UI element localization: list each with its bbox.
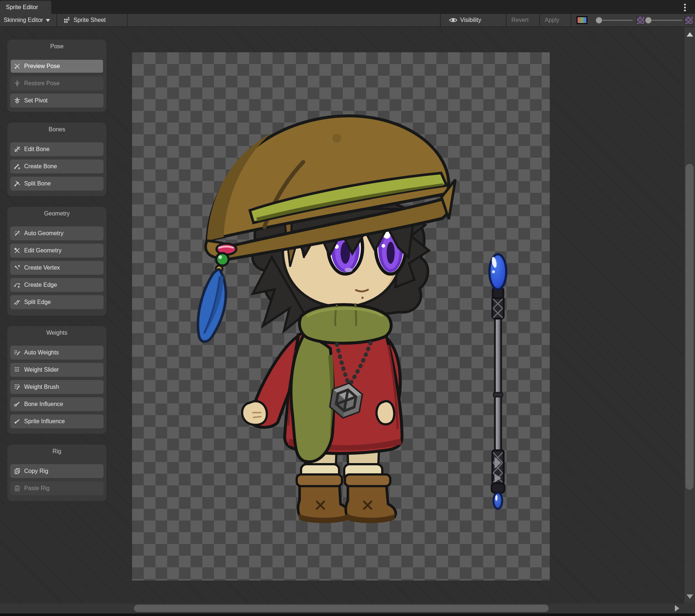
revert-button[interactable]: Revert bbox=[511, 14, 529, 26]
auto-weights-button[interactable]: Auto Weights bbox=[10, 346, 104, 360]
staff-sprite[interactable] bbox=[489, 254, 506, 509]
tab-title: Sprite Editor bbox=[6, 4, 38, 10]
apply-label: Apply bbox=[545, 17, 559, 23]
sprite-influence-icon bbox=[13, 417, 21, 425]
button-label: Auto Weights bbox=[24, 349, 59, 356]
button-label: Edit Bone bbox=[24, 146, 49, 153]
set-pivot-icon bbox=[13, 97, 21, 105]
vertical-scrollbar-thumb[interactable] bbox=[685, 164, 694, 490]
create-vertex-icon bbox=[13, 264, 21, 272]
button-label: Split Bone bbox=[24, 180, 51, 187]
panel-title: Geometry bbox=[10, 210, 104, 218]
toolbar-divider bbox=[56, 14, 57, 26]
mode-dropdown[interactable]: Skinning Editor bbox=[4, 14, 50, 26]
toolbar-divider bbox=[506, 14, 507, 26]
texture-chip bbox=[636, 14, 645, 26]
button-label: Create Bone bbox=[24, 163, 57, 170]
button-label: Create Edge bbox=[24, 282, 57, 288]
preview-pose-icon bbox=[13, 62, 21, 70]
scroll-up-button[interactable] bbox=[687, 32, 693, 37]
split-edge-button[interactable]: Split Edge bbox=[10, 295, 104, 309]
sprite-grid-icon bbox=[63, 16, 71, 24]
paste-rig-button[interactable]: Paste Rig bbox=[10, 481, 104, 495]
panel-weights: WeightsAuto WeightsWeight SliderWeight B… bbox=[7, 325, 107, 435]
button-label: Weight Brush bbox=[24, 384, 59, 390]
panel-pose: PosePreview PoseRestore PoseSet Pivot bbox=[7, 39, 107, 113]
button-label: Sprite Influence bbox=[24, 418, 65, 425]
panel-bones: BonesEdit BoneCreate BoneSplit Bone bbox=[7, 122, 107, 197]
create-bone-icon bbox=[13, 162, 21, 170]
weight-brush-button[interactable]: Weight Brush bbox=[10, 380, 104, 394]
button-label: Bone Influence bbox=[24, 401, 63, 407]
texture-chip bbox=[685, 14, 693, 26]
mode-dropdown-label: Skinning Editor bbox=[4, 17, 43, 23]
toolbar: Skinning Editor Sprite Sheet Visibility … bbox=[0, 14, 695, 27]
rgb-swatch-icon bbox=[576, 16, 587, 24]
panel-title: Bones bbox=[10, 125, 104, 134]
button-label: Set Pivot bbox=[24, 97, 48, 104]
apply-button[interactable]: Apply bbox=[545, 14, 559, 26]
edit-bone-button[interactable]: Edit Bone bbox=[10, 142, 104, 156]
sprite-artwork bbox=[132, 52, 550, 581]
visibility-label: Visibility bbox=[460, 17, 481, 23]
window-bottom-edge bbox=[0, 613, 695, 616]
chevron-down-icon bbox=[46, 19, 50, 22]
create-edge-icon bbox=[13, 281, 21, 289]
paste-rig-icon bbox=[13, 484, 21, 492]
button-label: Paste Rig bbox=[24, 485, 49, 492]
horizontal-scrollbar[interactable] bbox=[0, 604, 683, 613]
button-label: Copy Rig bbox=[24, 468, 48, 474]
toolbar-divider bbox=[440, 14, 441, 26]
tab-sprite-editor[interactable]: Sprite Editor bbox=[0, 1, 51, 14]
panel-title: Pose bbox=[10, 42, 104, 50]
create-edge-button[interactable]: Create Edge bbox=[10, 278, 104, 292]
visibility-button[interactable]: Visibility bbox=[449, 14, 481, 26]
vertical-scrollbar[interactable] bbox=[684, 27, 695, 602]
sprite-sheet-button[interactable]: Sprite Sheet bbox=[63, 14, 106, 26]
boots bbox=[297, 474, 396, 523]
auto-geometry-button[interactable]: Auto Geometry bbox=[10, 226, 104, 240]
alpha-checker-icon bbox=[636, 16, 645, 25]
button-label: Edit Geometry bbox=[24, 247, 61, 254]
button-label: Split Edge bbox=[24, 299, 51, 305]
button-label: Create Vertex bbox=[24, 264, 60, 271]
split-bone-icon bbox=[13, 180, 21, 188]
panel-rig: RigCopy RigPaste Rig bbox=[7, 444, 107, 502]
kebab-menu-icon[interactable] bbox=[681, 3, 688, 12]
sprite-sheet-label: Sprite Sheet bbox=[74, 17, 106, 23]
scrollbar-corner bbox=[683, 602, 695, 613]
create-bone-button[interactable]: Create Bone bbox=[10, 159, 104, 173]
bone-influence-button[interactable]: Bone Influence bbox=[10, 397, 104, 411]
eye-icon bbox=[449, 16, 458, 25]
texture-checkerboard bbox=[132, 52, 550, 581]
preview-color-slider[interactable] bbox=[596, 14, 634, 26]
auto-geometry-icon bbox=[13, 229, 21, 237]
character-sprite[interactable] bbox=[192, 116, 455, 523]
toolbar-divider bbox=[571, 14, 571, 26]
slider-knob[interactable] bbox=[645, 17, 652, 24]
set-pivot-button[interactable]: Set Pivot bbox=[10, 94, 104, 108]
weight-slider-button[interactable]: Weight Slider bbox=[10, 363, 104, 377]
color-swatch-toggle[interactable] bbox=[576, 14, 587, 26]
weight-slider-icon bbox=[13, 366, 21, 374]
panel-title: Weights bbox=[10, 329, 104, 337]
scroll-right-button[interactable] bbox=[675, 605, 679, 612]
copy-rig-button[interactable]: Copy Rig bbox=[10, 464, 104, 478]
window-tab-bar: Sprite Editor bbox=[0, 0, 695, 14]
split-edge-icon bbox=[13, 298, 21, 306]
button-label: Preview Pose bbox=[24, 63, 60, 70]
preview-pose-button[interactable]: Preview Pose bbox=[10, 59, 104, 73]
slider-knob[interactable] bbox=[596, 17, 602, 24]
create-vertex-button[interactable]: Create Vertex bbox=[10, 261, 104, 275]
horizontal-scrollbar-thumb[interactable] bbox=[134, 605, 549, 612]
edit-geometry-button[interactable]: Edit Geometry bbox=[10, 244, 104, 258]
revert-label: Revert bbox=[511, 17, 529, 23]
preview-alpha-slider[interactable] bbox=[645, 14, 683, 26]
bone-influence-icon bbox=[13, 400, 21, 408]
split-bone-button[interactable]: Split Bone bbox=[10, 177, 104, 191]
auto-weights-icon bbox=[13, 349, 21, 357]
sprite-influence-button[interactable]: Sprite Influence bbox=[10, 414, 104, 428]
feather-charm bbox=[192, 267, 233, 344]
restore-pose-button[interactable]: Restore Pose bbox=[10, 76, 104, 90]
scroll-down-button[interactable] bbox=[687, 594, 693, 599]
